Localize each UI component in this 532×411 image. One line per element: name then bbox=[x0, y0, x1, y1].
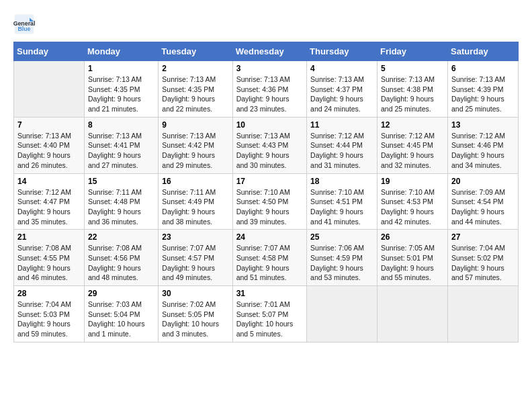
calendar-cell: 31Sunrise: 7:01 AM Sunset: 5:07 PM Dayli… bbox=[232, 286, 306, 342]
day-info: Sunrise: 7:09 AM Sunset: 4:54 PM Dayligh… bbox=[451, 187, 515, 227]
day-number: 7 bbox=[17, 120, 81, 130]
calendar-cell: 27Sunrise: 7:04 AM Sunset: 5:02 PM Dayli… bbox=[447, 230, 518, 286]
day-info: Sunrise: 7:04 AM Sunset: 5:03 PM Dayligh… bbox=[17, 300, 81, 339]
calendar-cell: 2Sunrise: 7:13 AM Sunset: 4:35 PM Daylig… bbox=[159, 61, 232, 118]
svg-text:Blue: Blue bbox=[17, 26, 30, 32]
day-number: 10 bbox=[236, 120, 303, 130]
day-number: 31 bbox=[236, 289, 303, 298]
calendar-cell: 22Sunrise: 7:08 AM Sunset: 4:56 PM Dayli… bbox=[84, 230, 158, 286]
week-row-4: 21Sunrise: 7:08 AM Sunset: 4:55 PM Dayli… bbox=[14, 230, 519, 286]
calendar-cell: 29Sunrise: 7:03 AM Sunset: 5:04 PM Dayli… bbox=[84, 286, 158, 342]
logo: General Blue bbox=[13, 13, 35, 35]
day-number: 5 bbox=[381, 64, 444, 73]
day-number: 8 bbox=[88, 120, 154, 130]
calendar-cell: 5Sunrise: 7:13 AM Sunset: 4:38 PM Daylig… bbox=[378, 61, 448, 118]
day-number: 20 bbox=[451, 177, 515, 186]
day-number: 3 bbox=[236, 64, 303, 73]
day-number: 17 bbox=[236, 177, 303, 186]
calendar-cell bbox=[378, 286, 448, 342]
day-info: Sunrise: 7:04 AM Sunset: 5:02 PM Dayligh… bbox=[451, 243, 515, 283]
day-info: Sunrise: 7:13 AM Sunset: 4:41 PM Dayligh… bbox=[88, 131, 154, 171]
calendar-cell: 23Sunrise: 7:07 AM Sunset: 4:57 PM Dayli… bbox=[159, 230, 232, 286]
week-row-5: 28Sunrise: 7:04 AM Sunset: 5:03 PM Dayli… bbox=[14, 286, 519, 342]
day-number: 14 bbox=[17, 177, 81, 186]
calendar-cell: 17Sunrise: 7:10 AM Sunset: 4:50 PM Dayli… bbox=[232, 173, 306, 230]
day-number: 18 bbox=[310, 177, 373, 186]
week-row-2: 7Sunrise: 7:13 AM Sunset: 4:40 PM Daylig… bbox=[14, 117, 519, 173]
day-number: 19 bbox=[381, 177, 444, 186]
day-info: Sunrise: 7:07 AM Sunset: 4:58 PM Dayligh… bbox=[236, 243, 303, 283]
day-number: 23 bbox=[162, 232, 228, 242]
day-info: Sunrise: 7:06 AM Sunset: 4:59 PM Dayligh… bbox=[310, 243, 373, 283]
day-info: Sunrise: 7:11 AM Sunset: 4:48 PM Dayligh… bbox=[88, 187, 154, 227]
calendar-header: SundayMondayTuesdayWednesdayThursdayFrid… bbox=[14, 42, 519, 61]
day-info: Sunrise: 7:12 AM Sunset: 4:45 PM Dayligh… bbox=[381, 131, 444, 171]
calendar-cell bbox=[447, 286, 518, 342]
column-header-sunday: Sunday bbox=[14, 42, 85, 61]
calendar-cell: 13Sunrise: 7:12 AM Sunset: 4:46 PM Dayli… bbox=[447, 117, 518, 173]
calendar-cell: 19Sunrise: 7:10 AM Sunset: 4:53 PM Dayli… bbox=[378, 173, 448, 230]
calendar-cell: 7Sunrise: 7:13 AM Sunset: 4:40 PM Daylig… bbox=[14, 117, 85, 173]
calendar-cell: 6Sunrise: 7:13 AM Sunset: 4:39 PM Daylig… bbox=[447, 61, 518, 118]
day-number: 15 bbox=[88, 177, 154, 186]
logo-icon: General Blue bbox=[13, 13, 35, 35]
column-header-thursday: Thursday bbox=[307, 42, 378, 61]
calendar-cell: 9Sunrise: 7:13 AM Sunset: 4:42 PM Daylig… bbox=[159, 117, 232, 173]
day-number: 28 bbox=[17, 289, 81, 298]
day-info: Sunrise: 7:13 AM Sunset: 4:39 PM Dayligh… bbox=[451, 75, 515, 114]
day-info: Sunrise: 7:13 AM Sunset: 4:36 PM Dayligh… bbox=[236, 75, 303, 114]
column-header-tuesday: Tuesday bbox=[159, 42, 232, 61]
day-number: 12 bbox=[381, 120, 444, 130]
week-row-1: 1Sunrise: 7:13 AM Sunset: 4:35 PM Daylig… bbox=[14, 61, 519, 118]
column-header-saturday: Saturday bbox=[447, 42, 518, 61]
calendar-cell: 10Sunrise: 7:13 AM Sunset: 4:43 PM Dayli… bbox=[232, 117, 306, 173]
day-info: Sunrise: 7:08 AM Sunset: 4:55 PM Dayligh… bbox=[17, 243, 81, 283]
day-info: Sunrise: 7:07 AM Sunset: 4:57 PM Dayligh… bbox=[162, 243, 228, 283]
day-number: 27 bbox=[451, 232, 515, 242]
calendar-cell bbox=[14, 61, 85, 118]
day-info: Sunrise: 7:13 AM Sunset: 4:35 PM Dayligh… bbox=[88, 75, 154, 114]
day-number: 25 bbox=[310, 232, 373, 242]
day-info: Sunrise: 7:13 AM Sunset: 4:35 PM Dayligh… bbox=[162, 75, 228, 114]
day-info: Sunrise: 7:12 AM Sunset: 4:47 PM Dayligh… bbox=[17, 187, 81, 227]
day-info: Sunrise: 7:12 AM Sunset: 4:46 PM Dayligh… bbox=[451, 131, 515, 171]
day-number: 29 bbox=[88, 289, 154, 298]
day-info: Sunrise: 7:10 AM Sunset: 4:50 PM Dayligh… bbox=[236, 187, 303, 227]
day-info: Sunrise: 7:13 AM Sunset: 4:38 PM Dayligh… bbox=[381, 75, 444, 114]
column-header-monday: Monday bbox=[84, 42, 158, 61]
calendar-cell: 12Sunrise: 7:12 AM Sunset: 4:45 PM Dayli… bbox=[378, 117, 448, 173]
calendar-cell: 14Sunrise: 7:12 AM Sunset: 4:47 PM Dayli… bbox=[14, 173, 85, 230]
day-number: 24 bbox=[236, 232, 303, 242]
day-info: Sunrise: 7:13 AM Sunset: 4:37 PM Dayligh… bbox=[310, 75, 373, 114]
day-number: 9 bbox=[162, 120, 228, 130]
day-number: 30 bbox=[162, 289, 228, 298]
day-info: Sunrise: 7:05 AM Sunset: 5:01 PM Dayligh… bbox=[381, 243, 444, 283]
day-number: 11 bbox=[310, 120, 373, 130]
day-info: Sunrise: 7:10 AM Sunset: 4:51 PM Dayligh… bbox=[310, 187, 373, 227]
calendar-cell: 21Sunrise: 7:08 AM Sunset: 4:55 PM Dayli… bbox=[14, 230, 85, 286]
day-number: 16 bbox=[162, 177, 228, 186]
calendar-cell: 3Sunrise: 7:13 AM Sunset: 4:36 PM Daylig… bbox=[232, 61, 306, 118]
calendar-body: 1Sunrise: 7:13 AM Sunset: 4:35 PM Daylig… bbox=[14, 61, 519, 342]
day-info: Sunrise: 7:12 AM Sunset: 4:44 PM Dayligh… bbox=[310, 131, 373, 171]
calendar-cell bbox=[307, 286, 378, 342]
calendar-cell: 18Sunrise: 7:10 AM Sunset: 4:51 PM Dayli… bbox=[307, 173, 378, 230]
calendar-cell: 16Sunrise: 7:11 AM Sunset: 4:49 PM Dayli… bbox=[159, 173, 232, 230]
day-info: Sunrise: 7:01 AM Sunset: 5:07 PM Dayligh… bbox=[236, 300, 303, 339]
calendar-cell: 15Sunrise: 7:11 AM Sunset: 4:48 PM Dayli… bbox=[84, 173, 158, 230]
calendar-cell: 20Sunrise: 7:09 AM Sunset: 4:54 PM Dayli… bbox=[447, 173, 518, 230]
day-number: 2 bbox=[162, 64, 228, 73]
calendar-cell: 28Sunrise: 7:04 AM Sunset: 5:03 PM Dayli… bbox=[14, 286, 85, 342]
day-number: 21 bbox=[17, 232, 81, 242]
day-number: 1 bbox=[88, 64, 154, 73]
day-info: Sunrise: 7:08 AM Sunset: 4:56 PM Dayligh… bbox=[88, 243, 154, 283]
day-info: Sunrise: 7:10 AM Sunset: 4:53 PM Dayligh… bbox=[381, 187, 444, 227]
calendar-cell: 24Sunrise: 7:07 AM Sunset: 4:58 PM Dayli… bbox=[232, 230, 306, 286]
column-header-friday: Friday bbox=[378, 42, 448, 61]
calendar-table: SundayMondayTuesdayWednesdayThursdayFrid… bbox=[13, 42, 519, 342]
day-number: 4 bbox=[310, 64, 373, 73]
week-row-3: 14Sunrise: 7:12 AM Sunset: 4:47 PM Dayli… bbox=[14, 173, 519, 230]
day-info: Sunrise: 7:13 AM Sunset: 4:42 PM Dayligh… bbox=[162, 131, 228, 171]
calendar-cell: 25Sunrise: 7:06 AM Sunset: 4:59 PM Dayli… bbox=[307, 230, 378, 286]
day-info: Sunrise: 7:11 AM Sunset: 4:49 PM Dayligh… bbox=[162, 187, 228, 227]
